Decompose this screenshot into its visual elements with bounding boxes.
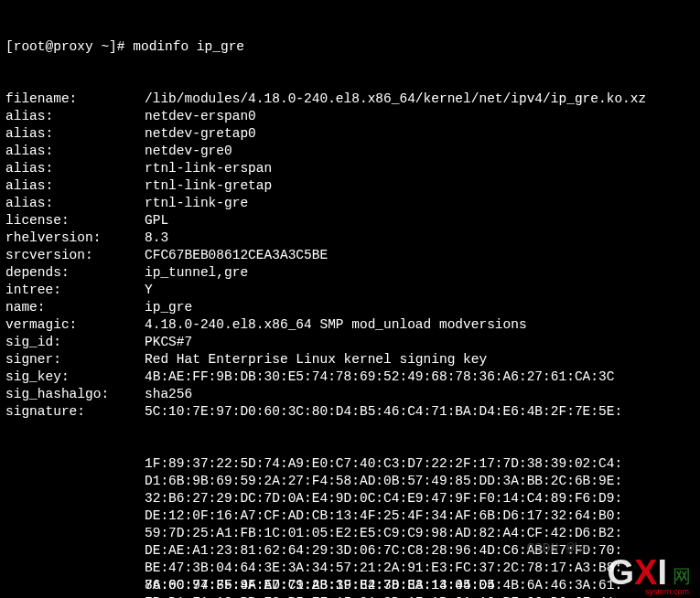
field-row: signer:Red Hat Enterprise Linux kernel s… (5, 351, 695, 368)
field-row: vermagic:4.18.0-240.el8.x86_64 SMP mod_u… (5, 316, 695, 334)
field-value: netdev-gre0 (145, 143, 232, 160)
field-row: intree:Y (5, 282, 695, 299)
field-key: intree: (5, 282, 145, 299)
field-key: filename: (5, 91, 145, 108)
field-row: signature:5C:10:7E:97:D0:60:3C:80:D4:B5:… (5, 403, 695, 421)
field-value: rtnl-link-gre (145, 195, 248, 212)
csdn-watermark: CSDN @ha (526, 541, 590, 556)
field-key: alias: (5, 195, 145, 212)
field-value: Y (145, 282, 153, 299)
last-partial-row: 7A:6C:94:F5:9A:E7:C1:23:1F:E2:7D:E3:14:0… (5, 577, 591, 594)
field-value: /lib/modules/4.18.0-240.el8.x86_64/kerne… (145, 91, 646, 108)
field-value: sha256 (145, 386, 192, 403)
field-value: rtnl-link-erspan (145, 160, 272, 177)
field-value: netdev-erspan0 (145, 108, 256, 125)
field-row: license:GPL (5, 212, 695, 230)
field-key: srcversion: (5, 247, 145, 264)
field-value: CFC67BEB08612CEA3A3C5BE (145, 247, 328, 264)
field-value: rtnl-link-gretap (145, 177, 272, 195)
signature-value: 1F:89:37:22:5D:74:A9:E0:C7:40:C3:D7:22:2… (145, 455, 622, 473)
field-value: ip_gre (145, 299, 192, 316)
field-key: sig_key: (5, 368, 145, 386)
signature-line: DE:12:0F:16:A7:CF:AD:CB:13:4F:25:4F:34:A… (5, 507, 695, 525)
field-value: netdev-gretap0 (145, 125, 256, 143)
field-row: srcversion:CFC67BEB08612CEA3A3C5BE (5, 247, 695, 264)
field-key: license: (5, 212, 145, 230)
terminal-output: [root@proxy ~]# modinfo ip_gre filename:… (0, 0, 700, 598)
field-key: alias: (5, 108, 145, 125)
signature-value: DE:12:0F:16:A7:CF:AD:CB:13:4F:25:4F:34:A… (145, 507, 622, 525)
field-key: alias: (5, 143, 145, 160)
field-row: rhelversion:8.3 (5, 230, 695, 247)
field-row: alias:rtnl-link-erspan (5, 160, 695, 177)
signature-line: D1:6B:9B:69:59:2A:27:F4:58:AD:0B:57:49:8… (5, 473, 695, 490)
field-row: filename:/lib/modules/4.18.0-240.el8.x86… (5, 91, 695, 108)
logo-g: G (608, 553, 635, 593)
field-key: sig_id: (5, 334, 145, 351)
field-key: alias: (5, 177, 145, 195)
field-row: alias:rtnl-link-gre (5, 195, 695, 212)
field-value: 4B:AE:FF:9B:DB:30:E5:74:78:69:52:49:68:7… (145, 368, 614, 386)
signature-line: BE:47:3B:04:64:3E:3A:34:57:21:2A:91:E3:F… (5, 560, 695, 577)
signature-line: DE:AE:A1:23:81:62:64:29:3D:06:7C:C8:28:9… (5, 542, 695, 560)
signature-line: 1F:89:37:22:5D:74:A9:E0:C7:40:C3:D7:22:2… (5, 455, 695, 473)
field-key: rhelversion: (5, 230, 145, 247)
signature-value: 32:B6:27:29:DC:7D:0A:E4:9D:0C:C4:E9:47:9… (145, 490, 622, 507)
shell-prompt: [root@proxy ~]# modinfo ip_gre (5, 38, 244, 56)
field-value: Red Hat Enterprise Linux kernel signing … (145, 351, 487, 368)
signature-value: D1:6B:9B:69:59:2A:27:F4:58:AD:0B:57:49:8… (145, 473, 622, 490)
field-value: 5C:10:7E:97:D0:60:3C:80:D4:B5:46:C4:71:B… (145, 403, 622, 421)
field-key: signature: (5, 403, 145, 421)
signature-line: 32:B6:27:29:DC:7D:0A:E4:9D:0C:C4:E9:47:9… (5, 490, 695, 507)
logo-subtext: system.com (645, 587, 689, 596)
field-row: sig_hashalgo:sha256 (5, 386, 695, 403)
field-row: sig_id:PKCS#7 (5, 334, 695, 351)
field-key: depends: (5, 264, 145, 282)
field-row: alias:netdev-gre0 (5, 143, 695, 160)
field-value: 4.18.0-240.el8.x86_64 SMP mod_unload mod… (145, 316, 534, 334)
field-row: alias:netdev-erspan0 (5, 108, 695, 125)
shell-prompt-line: [root@proxy ~]# modinfo ip_gre (5, 38, 695, 56)
field-key: signer: (5, 351, 145, 368)
field-value: 8.3 (145, 230, 168, 247)
field-row: alias:netdev-gretap0 (5, 125, 695, 143)
signature-value: BE:47:3B:04:64:3E:3A:34:57:21:2A:91:E3:F… (145, 560, 622, 577)
signature-value: EB:D1:FA:A8:BB:72:B5:EF:15:91:8D:AF:AB:2… (145, 594, 622, 598)
modinfo-fields: filename:/lib/modules/4.18.0-240.el8.x86… (5, 91, 695, 421)
field-key: name: (5, 299, 145, 316)
signature-value: 59:7D:25:A1:FB:1C:01:05:E2:E5:C9:C9:98:A… (145, 525, 622, 542)
field-value: ip_tunnel,gre (145, 264, 248, 282)
signature-line: 59:7D:25:A1:FB:1C:01:05:E2:E5:C9:C9:98:A… (5, 525, 695, 542)
field-row: alias:rtnl-link-gretap (5, 177, 695, 195)
field-key: vermagic: (5, 316, 145, 334)
field-value: GPL (145, 212, 168, 230)
field-row: depends:ip_tunnel,gre (5, 264, 695, 282)
field-value: PKCS#7 (145, 334, 192, 351)
field-row: name:ip_gre (5, 299, 695, 316)
signature-line: EB:D1:FA:A8:BB:72:B5:EF:15:91:8D:AF:AB:2… (5, 594, 695, 598)
field-row: sig_key:4B:AE:FF:9B:DB:30:E5:74:78:69:52… (5, 368, 695, 386)
field-key: sig_hashalgo: (5, 386, 145, 403)
field-key: alias: (5, 125, 145, 143)
logo-wang: 网 (673, 564, 691, 589)
field-key: alias: (5, 160, 145, 177)
